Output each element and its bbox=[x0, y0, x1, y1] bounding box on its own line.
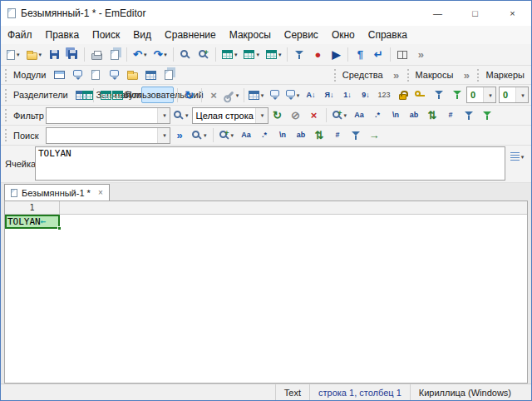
show-symbols-button[interactable]: ¶ bbox=[352, 47, 368, 63]
split-window-button[interactable] bbox=[394, 47, 411, 63]
customize-toolbar-button[interactable]: » bbox=[412, 47, 429, 63]
filter-mode-combobox[interactable]: Целая строка ▾ bbox=[192, 107, 268, 124]
combo-dropdown-button[interactable]: ▾ bbox=[157, 108, 170, 123]
maximize-button[interactable]: □ bbox=[456, 1, 494, 26]
snippets-plugin-button[interactable] bbox=[106, 67, 122, 83]
comment-button[interactable] bbox=[266, 87, 283, 103]
fill-handle[interactable] bbox=[57, 226, 62, 230]
minimize-button[interactable]: — bbox=[419, 1, 456, 26]
convert-csv-button[interactable]: ↻ bbox=[181, 87, 198, 103]
filter-regex-button[interactable]: .* bbox=[369, 107, 386, 124]
play-macro-button[interactable]: ▶ bbox=[328, 47, 344, 63]
select-columns-button[interactable]: ▾ bbox=[248, 87, 264, 103]
combo-dropdown-button[interactable]: ▾ bbox=[515, 87, 528, 102]
combo-dropdown-button[interactable]: ▾ bbox=[483, 87, 495, 102]
combo-dropdown-button[interactable]: ▾ bbox=[157, 128, 170, 143]
webpreview-plugin-button[interactable] bbox=[160, 67, 177, 83]
advanced-filter-button[interactable]: ▾ bbox=[330, 107, 350, 124]
menu-file[interactable]: Файл bbox=[1, 27, 39, 43]
incremental-search-button[interactable]: ▾ bbox=[190, 127, 209, 144]
toolbar-grip[interactable] bbox=[5, 89, 8, 101]
csv-options-button[interactable]: ▾ bbox=[224, 87, 240, 103]
record-macro-button[interactable]: ● bbox=[309, 47, 326, 63]
editor-canvas[interactable]: TOLYAN← bbox=[5, 215, 527, 383]
csv-standard-mode-button[interactable]: ▾ bbox=[219, 47, 240, 63]
menu-tools[interactable]: Сервис bbox=[278, 27, 325, 43]
tools-overflow-button[interactable]: » bbox=[388, 67, 405, 83]
filter-column-button[interactable] bbox=[431, 87, 447, 103]
outline-plugin-button[interactable] bbox=[87, 67, 104, 83]
menu-macros[interactable]: Макросы bbox=[223, 27, 278, 43]
advanced-search-button[interactable]: ▾ bbox=[217, 127, 237, 144]
toolbar-grip[interactable] bbox=[334, 69, 337, 82]
cell-editor[interactable]: TOLYAN bbox=[35, 146, 505, 181]
filter-input[interactable] bbox=[47, 108, 157, 123]
undo-button[interactable]: ↶▾ bbox=[131, 47, 149, 63]
new-document-button[interactable]: ▾ bbox=[4, 47, 22, 63]
comment-options-button[interactable]: ▾ bbox=[284, 87, 301, 103]
separator-custom-button[interactable]: Пользовательский bbox=[141, 87, 174, 103]
explorer-plugin-button[interactable] bbox=[51, 67, 67, 83]
print-button[interactable] bbox=[88, 47, 105, 63]
menu-view[interactable]: Вид bbox=[126, 27, 158, 43]
sort-az-button[interactable]: A↓ bbox=[303, 87, 319, 103]
column-header-1[interactable]: 1 bbox=[5, 201, 60, 214]
delete-separator-button[interactable]: × bbox=[205, 87, 222, 103]
word-wrap-button[interactable]: ↵ bbox=[370, 47, 387, 63]
filter-updown-button[interactable]: ⇅ bbox=[424, 107, 441, 124]
menu-help[interactable]: Справка bbox=[362, 27, 414, 43]
status-encoding[interactable]: Кириллица (Windows) bbox=[410, 384, 520, 400]
macros-overflow-button[interactable]: » bbox=[458, 67, 475, 83]
sort-number-desc-button[interactable]: 9↓ bbox=[357, 87, 374, 103]
search-all-button[interactable]: » bbox=[171, 127, 188, 144]
titlebar[interactable]: Безымянный-1 * - EmEditor — □ × bbox=[1, 1, 531, 26]
redo-button[interactable]: ↷▾ bbox=[150, 47, 169, 63]
menu-compare[interactable]: Сравнение bbox=[158, 27, 223, 43]
filter-match-case-button[interactable]: Aa bbox=[351, 107, 367, 124]
search-whole-word-button[interactable]: ab bbox=[293, 127, 309, 144]
wordcomplete-plugin-button[interactable] bbox=[142, 67, 159, 83]
filter-lines-button[interactable] bbox=[461, 107, 477, 124]
disable-filter-button[interactable]: ⊘ bbox=[288, 107, 304, 124]
csv-comma-mode-button[interactable]: ▾ bbox=[241, 47, 262, 63]
toolbar-grip[interactable] bbox=[477, 69, 480, 82]
document-tab[interactable]: Безымянный-1 * × bbox=[4, 184, 110, 200]
search-filter-button[interactable] bbox=[347, 127, 364, 144]
fixed-rows-combobox[interactable]: 0 ▾ bbox=[466, 87, 496, 103]
fixed-columns-combobox[interactable]: 0 ▾ bbox=[499, 87, 529, 103]
filter-whole-word-button[interactable]: ab bbox=[406, 107, 422, 124]
tab-close-icon[interactable]: × bbox=[98, 189, 103, 197]
resize-grip[interactable] bbox=[520, 384, 531, 400]
numbering-button[interactable]: 123 bbox=[376, 87, 392, 103]
search-number-button[interactable]: # bbox=[329, 127, 346, 144]
combo-dropdown-button[interactable]: ▾ bbox=[255, 108, 268, 123]
filter-edit-button[interactable] bbox=[479, 107, 495, 124]
jump-next-button[interactable]: → bbox=[366, 127, 382, 144]
open-button[interactable]: ▾ bbox=[24, 47, 45, 63]
htmlbar-plugin-button[interactable] bbox=[69, 67, 86, 83]
csv-tab-mode-button[interactable]: ▾ bbox=[264, 47, 284, 63]
lock-columns-button[interactable] bbox=[394, 87, 411, 103]
refresh-filter-button[interactable]: ↻ bbox=[269, 107, 286, 124]
toolbar-grip[interactable] bbox=[5, 69, 8, 82]
projects-plugin-button[interactable] bbox=[124, 67, 140, 83]
search-combobox[interactable]: ▾ bbox=[46, 127, 170, 144]
sort-za-button[interactable]: Я↓ bbox=[321, 87, 337, 103]
filter-combobox[interactable]: ▾ bbox=[46, 107, 170, 124]
filter-options-button[interactable]: ▾ bbox=[171, 107, 191, 124]
search-regex-button[interactable]: .* bbox=[256, 127, 273, 144]
clear-filter-button[interactable]: × bbox=[306, 107, 323, 124]
toolbar-grip[interactable] bbox=[5, 129, 8, 141]
menu-search[interactable]: Поиск bbox=[86, 27, 126, 43]
filter-button[interactable] bbox=[291, 47, 308, 63]
status-mode[interactable]: Text bbox=[275, 384, 309, 400]
menu-edit[interactable]: Правка bbox=[39, 27, 86, 43]
search-input[interactable] bbox=[47, 128, 157, 143]
unlock-button[interactable] bbox=[412, 87, 429, 103]
sort-number-asc-button[interactable]: 1↓ bbox=[339, 87, 356, 103]
save-all-button[interactable] bbox=[64, 47, 81, 63]
search-match-case-button[interactable]: Aa bbox=[238, 127, 254, 144]
filter-extract-button[interactable] bbox=[449, 87, 466, 103]
status-cursor-position[interactable]: строка 1, столбец 1 bbox=[309, 384, 410, 400]
filter-escape-button[interactable]: \n bbox=[387, 107, 404, 124]
